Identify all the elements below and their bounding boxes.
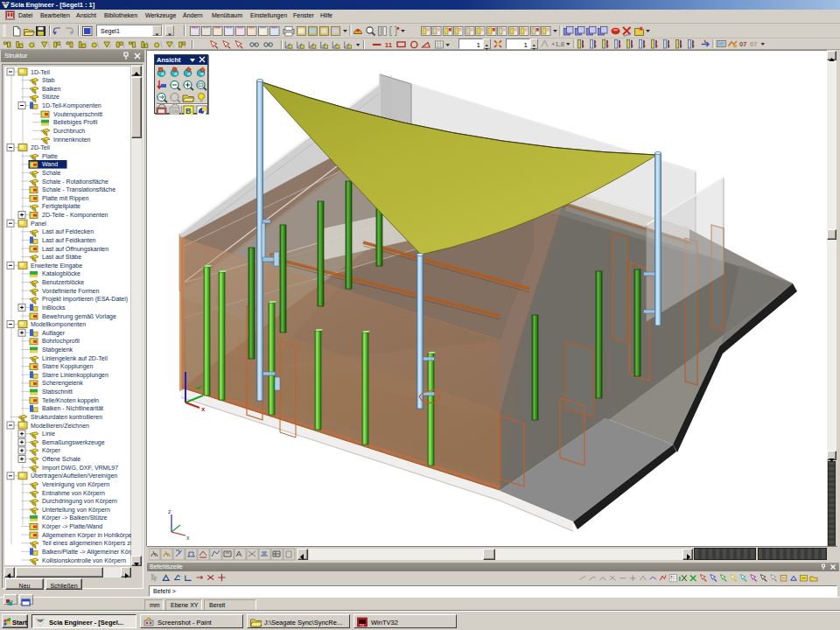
svg-text:Last auf Feldecken: Last auf Feldecken: [42, 228, 94, 234]
svg-text:Innnenknoten: Innnenknoten: [53, 136, 91, 143]
svg-text:Stütze: Stütze: [42, 94, 60, 100]
svg-text:Fertigteilplatte: Fertigteilplatte: [42, 203, 80, 210]
svg-text:I: I: [679, 575, 681, 583]
svg-text:Stabschnitt: Stabschnitt: [42, 388, 73, 395]
svg-text:Bohrlochprofil: Bohrlochprofil: [42, 338, 80, 345]
svg-text:Katalogblöcke: Katalogblöcke: [42, 270, 80, 277]
svg-text:Strukturdaten kontrollieren: Strukturdaten kontrollieren: [31, 414, 102, 420]
svg-text:2D-Teile - Komponenten: 2D-Teile - Komponenten: [42, 212, 108, 219]
svg-text:Erweiterte Eingabe: Erweiterte Eingabe: [31, 262, 82, 270]
svg-text:Balken/Platte -> Allgemeiner K: Balken/Platte -> Allgemeiner Körper: [42, 549, 131, 556]
svg-text:Durchbruch: Durchbruch: [53, 128, 85, 134]
svg-text:Vereinigung von Körpern: Vereinigung von Körpern: [42, 481, 109, 488]
svg-text:Kollisionskontrolle von Körper: Kollisionskontrolle von Körpern: [42, 557, 126, 564]
svg-text:TV: TV: [360, 623, 364, 627]
svg-text:B: B: [186, 107, 192, 115]
svg-text:Vordefinierte Formen: Vordefinierte Formen: [42, 288, 99, 294]
svg-text:Durchdringung von Körpern: Durchdringung von Körpern: [42, 498, 117, 505]
svg-text:x: x: [201, 405, 206, 413]
svg-text:Platte: Platte: [42, 153, 58, 159]
svg-text:Entnahme von Körpern: Entnahme von Körpern: [42, 490, 105, 497]
svg-text:Platte mit Rippen: Platte mit Rippen: [42, 195, 88, 202]
svg-text:Last auf Stäbe: Last auf Stäbe: [42, 254, 81, 260]
svg-text:2D-Teil: 2D-Teil: [31, 144, 50, 150]
svg-text:Körper -> Platte/Wand: Körper -> Platte/Wand: [42, 523, 102, 530]
svg-text:Offene Schale: Offene Schale: [42, 456, 80, 462]
svg-text:Teil eines allgemeinen Körpers: Teil eines allgemeinen Körpers zu Ba: [42, 540, 131, 547]
svg-text:Modellkomponenten: Modellkomponenten: [31, 321, 86, 328]
svg-text:Körper -> Balken/Stütze: Körper -> Balken/Stütze: [42, 514, 108, 522]
svg-text:z: z: [168, 508, 172, 514]
svg-text:11: 11: [385, 41, 393, 49]
svg-text:Übertragen/Aufteilen/Vereinige: Übertragen/Aufteilen/Vereinigen: [31, 472, 117, 480]
svg-text:Liniengelenk auf 2D-Teil: Liniengelenk auf 2D-Teil: [42, 355, 108, 362]
svg-text:Last auf Feldkanten: Last auf Feldkanten: [42, 237, 96, 243]
svg-text:07: 07: [739, 40, 746, 48]
svg-text:Stabgelenk: Stabgelenk: [42, 346, 74, 354]
svg-text:Projekt importieren (ESA-Datei: Projekt importieren (ESA-Datei): [42, 296, 128, 303]
svg-text:Starre Linienkopplungen: Starre Linienkopplungen: [42, 372, 108, 379]
svg-text:Schale - Rotationsfläche: Schale - Rotationsfläche: [42, 178, 108, 185]
svg-text:Scherengelenk: Scherengelenk: [42, 380, 83, 387]
svg-text:Teile/Knoten koppeln: Teile/Knoten koppeln: [42, 397, 99, 404]
svg-text:Panel: Panel: [31, 220, 46, 227]
svg-text:Modellieren/Zeichnen: Modellieren/Zeichnen: [31, 423, 89, 429]
svg-text:Bemaßungswerkzeuge: Bemaßungswerkzeuge: [42, 439, 105, 446]
svg-text:Starre Kopplungen: Starre Kopplungen: [42, 363, 93, 370]
svg-text:Linie: Linie: [42, 430, 55, 437]
svg-text:Benutzerblöcke: Benutzerblöcke: [42, 279, 84, 285]
svg-text:Wand: Wand: [42, 161, 58, 167]
svg-text:Allgemeinen Körper in Hohlkörp: Allgemeinen Körper in Hohlkörper: [42, 532, 131, 539]
svg-text:Auflager: Auflager: [42, 330, 66, 337]
svg-text:x: x: [186, 535, 190, 541]
svg-text:Balken - Nichtlinearität: Balken - Nichtlinearität: [42, 405, 103, 411]
svg-text:1D-Teil: 1D-Teil: [31, 69, 50, 75]
svg-text:Beliebiges Profil: Beliebiges Profil: [53, 119, 98, 126]
svg-text:InBlocks: InBlocks: [42, 304, 66, 311]
svg-text:Import DWG, DXF, VRML97: Import DWG, DXF, VRML97: [42, 465, 118, 472]
svg-text:Bewehrung gemäß Vorlage: Bewehrung gemäß Vorlage: [42, 313, 116, 320]
svg-text:Stab: Stab: [42, 77, 55, 83]
svg-text:Balken: Balken: [42, 86, 61, 92]
svg-text:07: 07: [750, 40, 757, 48]
svg-text:Voutenquerschnitt: Voutenquerschnitt: [53, 111, 102, 118]
svg-text:Körper: Körper: [42, 447, 61, 454]
svg-text:Last auf Öffnungskanten: Last auf Öffnungskanten: [42, 246, 108, 253]
svg-text:+1,8: +1,8: [551, 40, 564, 48]
svg-text:Schale - Translationsfläche: Schale - Translationsfläche: [42, 186, 116, 192]
svg-text:1D-Teil-Komponenten: 1D-Teil-Komponenten: [42, 102, 102, 109]
svg-text:Unterteilung von Körpern: Unterteilung von Körpern: [42, 507, 110, 514]
svg-text:Schale: Schale: [42, 170, 61, 176]
svg-text:Gfx: Gfx: [172, 108, 178, 114]
